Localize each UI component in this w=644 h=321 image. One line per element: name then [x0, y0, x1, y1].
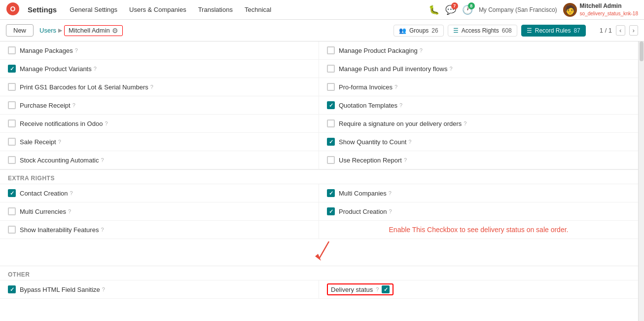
help-icon[interactable]: ? [101, 157, 104, 163]
help-icon[interactable]: ? [464, 120, 466, 126]
field-cell-right: Quotation Templates ? [319, 96, 638, 114]
company-name[interactable]: My Company (San Francisco) [479, 6, 557, 13]
field-cell-left: Show Inalterability Features ? [0, 221, 319, 239]
checkbox[interactable] [8, 101, 16, 109]
record-icon: ☰ [527, 27, 532, 34]
help-icon[interactable]: ? [68, 208, 71, 214]
help-icon[interactable]: ? [394, 84, 397, 90]
checkbox[interactable] [8, 189, 16, 197]
help-icon[interactable]: ? [420, 47, 423, 53]
field-row: Print GS1 Barcodes for Lot & Serial Numb… [0, 78, 638, 96]
section-other: Other [0, 266, 638, 281]
help-icon[interactable]: ? [376, 286, 379, 292]
checkbox[interactable] [8, 207, 16, 215]
help-icon[interactable]: ? [70, 190, 73, 196]
checkbox[interactable] [327, 83, 335, 91]
help-icon[interactable]: ? [389, 190, 392, 196]
field-row: Receive notifications in Odoo ?Require a… [0, 115, 638, 133]
help-icon[interactable]: ? [58, 139, 61, 145]
gear-icon[interactable]: ⚙ [112, 27, 118, 35]
field-row: Multi Currencies ?Product Creation ? [0, 202, 638, 221]
help-icon[interactable]: ? [72, 102, 75, 108]
record-rules-button[interactable]: ☰ Record Rules 87 [521, 25, 586, 37]
access-rights-button[interactable]: ☰ Access Rights 608 [448, 25, 517, 37]
help-icon[interactable]: ? [105, 120, 107, 126]
help-icon[interactable]: ? [75, 47, 78, 53]
bug-icon[interactable]: 🐛 [429, 4, 439, 15]
checkbox[interactable] [327, 138, 335, 146]
annotation-text: Enable This Checkbox to see delivery sta… [389, 226, 569, 234]
new-button[interactable]: New [6, 24, 34, 37]
checkbox[interactable] [8, 46, 16, 54]
next-button[interactable]: › [629, 25, 638, 36]
help-icon[interactable]: ? [94, 66, 97, 72]
field-label: Product Creation ? [339, 208, 630, 215]
record-count: 87 [573, 27, 580, 34]
prev-button[interactable]: ‹ [616, 25, 625, 36]
field-cell-right: Multi Companies ? [319, 184, 638, 202]
field-label: Purchase Receipt ? [20, 102, 311, 109]
field-row: Manage Product Variants ?Manage Push and… [0, 60, 638, 78]
scrollbar[interactable] [638, 41, 644, 321]
chat-icon[interactable]: 💬 7 [445, 4, 456, 15]
checkbox[interactable] [8, 285, 16, 293]
breadcrumb-parent[interactable]: Users [39, 27, 56, 34]
field-cell-right: Enable This Checkbox to see delivery sta… [319, 221, 638, 239]
checkbox[interactable] [8, 83, 16, 91]
checkbox[interactable] [327, 120, 335, 127]
help-icon[interactable]: ? [449, 66, 452, 72]
groups-count: 26 [431, 27, 438, 34]
field-row: Purchase Receipt ?Quotation Templates ? [0, 96, 638, 115]
menu-general-settings[interactable]: General Settings [65, 4, 122, 15]
checkbox[interactable] [327, 65, 335, 73]
arrow-row [0, 239, 638, 266]
help-icon[interactable]: ? [102, 286, 105, 292]
checkbox[interactable] [8, 156, 16, 164]
main-menu: General Settings Users & Companies Trans… [65, 4, 276, 15]
help-icon[interactable]: ? [404, 157, 407, 163]
checkbox[interactable] [327, 46, 335, 54]
field-cell-left: Bypass HTML Field Sanitize ? [0, 281, 319, 298]
help-icon[interactable]: ? [150, 84, 153, 90]
menu-technical[interactable]: Technical [240, 4, 276, 15]
help-icon[interactable]: ? [389, 208, 392, 214]
checkbox[interactable] [8, 138, 16, 146]
field-cell-right: Manage Push and Pull inventory flows ? [319, 60, 638, 78]
delivery-status-highlight: Delivery status ? [327, 283, 394, 295]
checkbox[interactable] [8, 65, 16, 73]
menu-translations[interactable]: Translations [193, 4, 238, 15]
help-icon[interactable]: ? [101, 227, 104, 233]
section-extra-label: Extra Rights [8, 175, 55, 182]
arrow-icon [299, 239, 339, 264]
activity-icon[interactable]: 🕐 8 [462, 4, 473, 15]
field-label: Multi Currencies ? [20, 208, 311, 215]
field-row: Show Inalterability Features ?Enable Thi… [0, 221, 638, 239]
checkbox[interactable] [382, 285, 390, 293]
field-rows-container: Manage Packages ?Manage Product Packagin… [0, 41, 638, 169]
content-area: Manage Packages ?Manage Product Packagin… [0, 41, 638, 321]
field-label: Manage Packages ? [20, 47, 311, 54]
field-label: Bypass HTML Field Sanitize ? [20, 286, 311, 293]
field-cell-right: Require a signature on your delivery ord… [319, 115, 638, 132]
user-menu[interactable]: 🧑 Mitchell Admin so_delivery_status_knk-… [563, 2, 638, 17]
other-rows-container: Bypass HTML Field Sanitize ?Delivery sta… [0, 281, 638, 299]
field-cell-left: Receive notifications in Odoo ? [0, 115, 319, 132]
help-icon[interactable]: ? [399, 102, 402, 108]
access-icon: ☰ [453, 27, 459, 34]
checkbox[interactable] [327, 156, 335, 164]
scrollbar-thumb [640, 41, 644, 61]
menu-users-companies[interactable]: Users & Companies [124, 4, 191, 15]
checkbox[interactable] [327, 189, 335, 197]
extra-rows-container: Contact Creation ?Multi Companies ?Multi… [0, 184, 638, 266]
groups-button[interactable]: 👥 Groups 26 [394, 25, 444, 37]
field-cell-right: Show Quantity to Count ? [319, 133, 638, 151]
checkbox[interactable] [327, 101, 335, 109]
checkbox[interactable] [8, 226, 16, 234]
checkbox[interactable] [8, 120, 16, 127]
app-logo[interactable]: O [6, 2, 20, 17]
checkbox[interactable] [327, 207, 335, 215]
field-label: Manage Product Packaging ? [339, 47, 630, 54]
help-icon[interactable]: ? [408, 139, 411, 145]
main-content: Manage Packages ?Manage Product Packagin… [0, 41, 644, 321]
breadcrumb: Users ▶ Mitchell Admin ⚙ [39, 25, 123, 36]
